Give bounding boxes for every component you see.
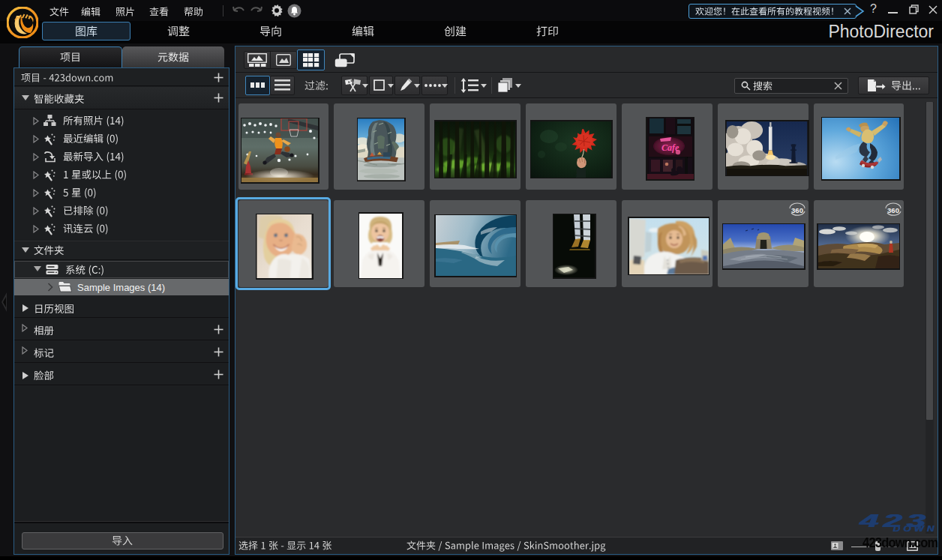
- svg-text:Cafe: Cafe: [662, 142, 680, 153]
- svg-text:360: 360: [887, 206, 899, 214]
- svg-text:360: 360: [791, 206, 803, 214]
